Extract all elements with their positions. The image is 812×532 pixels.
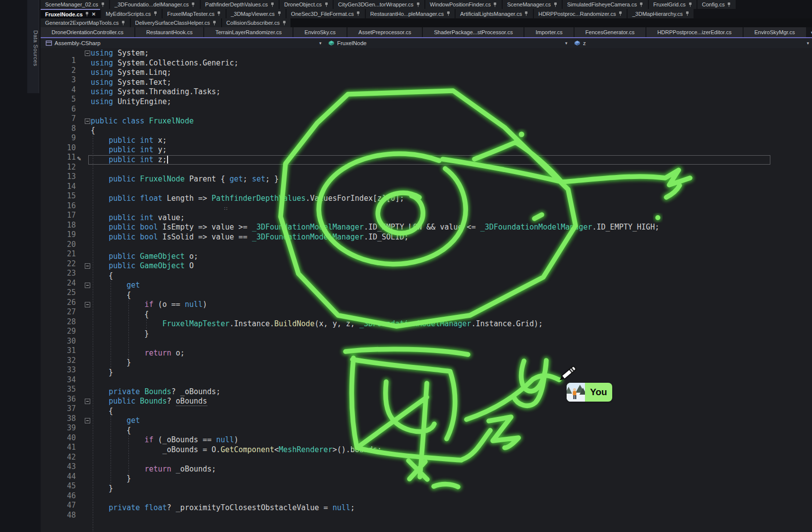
- tab-overflow-chevron-icon[interactable]: ▾: [807, 30, 812, 35]
- tab--3dfoundatio-delmanager-cs[interactable]: _3DFoundatio...delManager.cs: [110, 0, 200, 9]
- fold-collapse-marker[interactable]: [85, 283, 90, 288]
- tab-terrainlayerrandomizer-cs[interactable]: TerrainLayerRandomizer.cs: [204, 27, 292, 37]
- code-text: using System;using System.Collections.Ge…: [91, 49, 659, 513]
- indent-guide: [111, 281, 111, 367]
- fold-collapse-marker[interactable]: [85, 302, 90, 307]
- pin-icon[interactable]: [277, 11, 281, 16]
- project-dropdown-chevron[interactable]: ▾: [319, 38, 322, 48]
- tab-scenemanager-02-cs[interactable]: SceneManager_02.cs: [41, 0, 109, 9]
- pin-icon[interactable]: [524, 11, 528, 16]
- pin-icon[interactable]: [213, 20, 217, 26]
- member-dropdown[interactable]: z: [574, 38, 586, 48]
- pin-icon[interactable]: [416, 2, 420, 7]
- close-icon[interactable]: ✕: [92, 12, 96, 17]
- code-line-48: private float? _proximityToClosestObstac…: [91, 503, 659, 513]
- pin-icon[interactable]: [153, 11, 157, 16]
- code-editor[interactable]: 1 2 3 4 5 6 7 8 9 10 11 12 13 14 15 16 1…: [41, 48, 812, 532]
- tab-windowpositionfinder-cs[interactable]: WindowPositionFinder.cs: [425, 0, 502, 9]
- code-line-46: }: [91, 484, 659, 494]
- tab-restaurantho-plemanager-cs[interactable]: RestaurantHo...pleManager.cs: [366, 9, 455, 18]
- tab-droneobject-cs[interactable]: DroneObject.cs: [280, 0, 333, 9]
- pin-icon[interactable]: [446, 11, 450, 16]
- tab-hdrppostproc-randomizer-cs[interactable]: HDRPPostproc...Randomizer.cs: [534, 9, 627, 18]
- code-line-5: using System.Threading.Tasks;: [91, 87, 659, 97]
- tab-hdrppostproce-izereditor-cs[interactable]: HDRPPostproce...izerEditor.cs: [646, 27, 743, 37]
- fold-collapse-marker[interactable]: [85, 263, 90, 269]
- indent-guide: [128, 435, 129, 474]
- tab-generator2exportmaptools-cs[interactable]: Generator2ExportMapTools.cs: [41, 18, 130, 27]
- fold-collapse-marker[interactable]: [85, 118, 90, 124]
- code-line-2: using System.Collections.Generic;: [91, 59, 659, 68]
- tab-assetpreprocessor-cs[interactable]: AssetPreprocessor.cs: [348, 27, 422, 37]
- field-icon: [574, 40, 580, 46]
- tab-droneorientationcontroller-cs[interactable]: DroneOrientationController.cs: [41, 27, 134, 37]
- type-dropdown[interactable]: FruxelNode: [328, 38, 366, 48]
- tab-enviroskymgr-cs[interactable]: EnviroSkyMgr.cs: [744, 27, 806, 37]
- tab-citygen3dgen-torwrapper-cs[interactable]: CityGen3DGen...torWrapper.cs: [334, 0, 424, 9]
- pin-icon[interactable]: [618, 11, 622, 16]
- pin-icon[interactable]: [270, 2, 274, 7]
- code-line-15: [91, 184, 659, 194]
- tab-importer-cs[interactable]: Importer.cs: [524, 27, 573, 37]
- tab-row-4: DroneOrientationController.csRestaurantH…: [41, 27, 812, 37]
- project-name: Assembly-CSharp: [55, 40, 101, 46]
- fold-collapse-marker[interactable]: [85, 418, 90, 423]
- code-line-17: [91, 203, 659, 213]
- tab-row-1: SceneManager_02.cs_3DFoundatio...delMana…: [41, 0, 812, 9]
- tab-restauranthook-cs[interactable]: RestaurantHook.cs: [135, 27, 204, 37]
- pin-icon[interactable]: [101, 2, 105, 7]
- code-line-43: [91, 455, 659, 465]
- tab-simulatedfisheyecamera-cs[interactable]: SimulatedFisheyeCamera.cs: [563, 0, 648, 9]
- tab-onesec3d-fileformat-cs[interactable]: OneSec3D_FileFormat.cs: [287, 9, 365, 18]
- pin-icon[interactable]: [85, 11, 89, 17]
- tab-scenemanager-cs[interactable]: SceneManager.cs: [503, 0, 562, 9]
- tab-artificiallightsmanager-cs[interactable]: ArtificialLightsManager.cs: [456, 9, 533, 18]
- tab-config-cs[interactable]: Config.cs: [697, 0, 736, 9]
- indent-guide: [93, 135, 93, 532]
- pin-icon[interactable]: [191, 2, 195, 7]
- tab-label: _3DMapHierarchy.cs: [632, 11, 683, 17]
- tab-fencesgenerator-cs[interactable]: FencesGenerator.cs: [575, 27, 645, 37]
- pin-icon[interactable]: [553, 2, 557, 7]
- pin-icon[interactable]: [121, 20, 125, 26]
- tab--3dmaphierarchy-cs[interactable]: _3DMapHierarchy.cs: [628, 9, 694, 18]
- pin-icon[interactable]: [356, 11, 360, 16]
- tab-shaderpackage-stprocessor-cs[interactable]: ShaderPackage...stProcessor.cs: [423, 27, 523, 37]
- code-line-30: }: [91, 329, 659, 339]
- pin-icon[interactable]: [688, 2, 692, 7]
- tab-label: FencesGenerator.cs: [585, 29, 635, 35]
- member-dropdown-chevron[interactable]: ▾: [807, 38, 809, 48]
- line-number-gutter[interactable]: 1 2 3 4 5 6 7 8 9 10 11 12 13 14 15 16 1…: [41, 56, 76, 520]
- fold-collapse-marker[interactable]: [85, 51, 90, 56]
- tab-label: DroneOrientationController.cs: [52, 29, 123, 35]
- tab-envirosky-cs[interactable]: EnviroSky.cs: [293, 27, 347, 37]
- pin-icon[interactable]: [493, 2, 497, 7]
- tab-fruxelnode-cs[interactable]: FruxelNode.cs✕: [41, 9, 100, 18]
- type-name: FruxelNode: [337, 40, 366, 46]
- pin-icon[interactable]: [639, 2, 643, 7]
- tab-label: AssetPreprocessor.cs: [358, 29, 411, 35]
- pin-icon[interactable]: [727, 2, 731, 7]
- pin-icon[interactable]: [324, 2, 328, 7]
- tab-label: MyEditorScripts.cs: [106, 11, 151, 17]
- code-line-38: {: [91, 407, 659, 416]
- tab-myeditorscripts-cs[interactable]: MyEditorScripts.cs: [101, 9, 162, 18]
- tab-label: Generator2ExportMapTools.cs: [45, 20, 119, 26]
- code-line-6: using UnityEngine;: [91, 97, 659, 107]
- code-line-25: get: [91, 281, 659, 291]
- tab-label: HDRPPostproce...izerEditor.cs: [657, 29, 732, 35]
- tab-label: FruxelMapTester.cs: [167, 11, 214, 17]
- tab--3dmapviewer-cs[interactable]: _3DMapViewer.cs: [227, 9, 286, 18]
- project-dropdown[interactable]: Assembly-CSharp: [46, 38, 101, 48]
- tab-deliverysurfaceclasshelper-cs[interactable]: DeliverySurfaceClassHelper.cs: [131, 18, 221, 27]
- tool-tab-data-sources[interactable]: Data Sources: [27, 0, 39, 93]
- tab-pathfinderdepthvalues-cs[interactable]: PathfinderDepthValues.cs: [201, 0, 279, 9]
- pin-icon[interactable]: [685, 11, 689, 16]
- tab-collisionsubscriber-cs[interactable]: CollisionSubscriber.cs: [222, 18, 291, 27]
- tab-fruxelmaptester-cs[interactable]: FruxelMapTester.cs: [163, 9, 225, 18]
- tab-fruxelgrid-cs[interactable]: FruxelGrid.cs: [649, 0, 696, 9]
- pin-icon[interactable]: [217, 11, 221, 16]
- type-dropdown-chevron[interactable]: ▾: [565, 38, 568, 48]
- fold-collapse-marker[interactable]: [85, 399, 90, 404]
- pin-icon[interactable]: [282, 20, 286, 26]
